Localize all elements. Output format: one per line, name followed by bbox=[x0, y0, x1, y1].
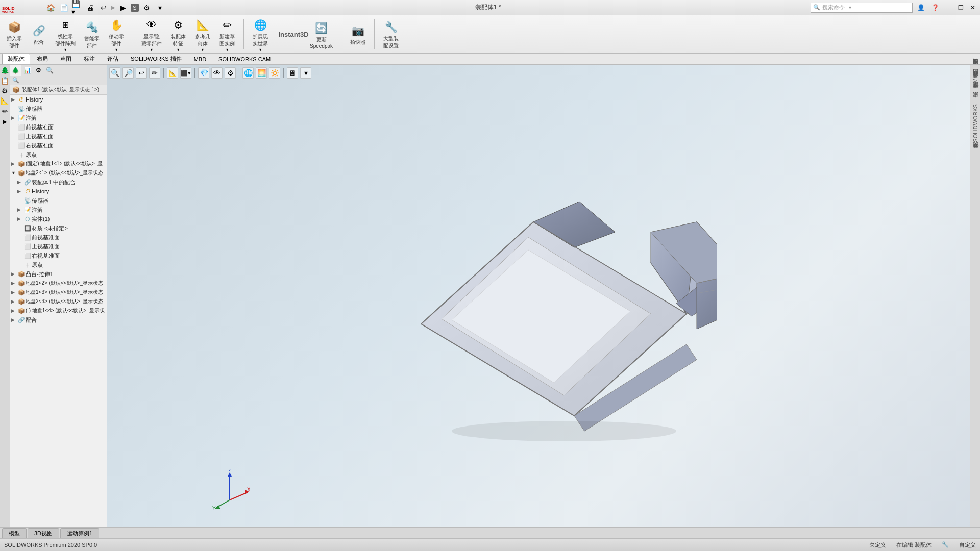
zoom-selection-button[interactable]: 🔎 bbox=[122, 67, 134, 79]
expand-quickaccess[interactable]: ▶ bbox=[111, 5, 115, 10]
tree-item-sensors[interactable]: 📡 传感器 bbox=[10, 104, 107, 113]
property-manager-icon[interactable]: 📋 bbox=[1, 76, 10, 85]
print-button[interactable]: 🖨 bbox=[85, 2, 96, 13]
assem-feature-button[interactable]: ⚙ 装配体特征 ▾ bbox=[168, 16, 188, 53]
plane-icon: ⬜ bbox=[17, 123, 26, 131]
assem-feature-icon: ⚙ bbox=[170, 17, 186, 33]
tab-layout[interactable]: 布局 bbox=[31, 54, 54, 64]
tab-annotation[interactable]: 标注 bbox=[78, 54, 101, 64]
tree-item-chassis1-2[interactable]: ▶ 📦 地盘1<2> (默认<<默认>_显示状态 bbox=[10, 279, 107, 288]
tree-item-chassis2-3[interactable]: ▶ 📦 地盘2<3> (默认<<默认>_显示状态 bbox=[10, 297, 107, 306]
command-search[interactable]: 🔍 搜索命令 ▾ bbox=[811, 3, 913, 13]
mate-button[interactable]: 🔗 配合 bbox=[29, 21, 49, 47]
tree-item-annotations[interactable]: ▶ 📝 注解 bbox=[10, 113, 107, 122]
rebuild-icon[interactable]: 🔧 bbox=[942, 541, 949, 549]
expand-icon13: ▶ bbox=[17, 207, 23, 212]
home-button[interactable]: 🏠 bbox=[45, 2, 56, 13]
tab-assembly[interactable]: 装配体 bbox=[2, 54, 30, 64]
tree-item-origin[interactable]: ┼ 原点 bbox=[10, 150, 107, 159]
expand-reality-button[interactable]: 🌐 扩展现实世界 ▾ bbox=[250, 16, 271, 53]
tree-item-front-plane2[interactable]: ⬜ 前视基准面 bbox=[10, 233, 107, 242]
show-hide-button[interactable]: 👁 显示/隐藏零部件 ▾ bbox=[139, 16, 164, 53]
external2-button[interactable]: ▾ bbox=[300, 67, 311, 79]
tree-tab-feature[interactable]: 🌲 bbox=[10, 65, 21, 76]
previous-view-button[interactable]: ↩ bbox=[136, 67, 147, 79]
expand-icon21: ▶ bbox=[11, 281, 17, 286]
tree-content[interactable]: ▶ ⏱ History 📡 传感器 ▶ 📝 注解 ⬜ 前视基准面 bbox=[10, 95, 107, 527]
tree-tab-config[interactable]: ⚙ bbox=[33, 65, 44, 76]
dimension-manager-icon[interactable]: 📐 bbox=[1, 96, 10, 106]
part-array-button[interactable]: ⊞ 线性零部件阵列 ▾ bbox=[53, 16, 78, 53]
status-customize[interactable]: 自定义 bbox=[959, 541, 976, 549]
zoom-to-fit-button[interactable]: 🔍 bbox=[109, 67, 120, 79]
tree-tab-property[interactable]: 📊 bbox=[21, 65, 33, 76]
new-sketch-button[interactable]: ✏ 新建草图实例 ▾ bbox=[217, 16, 237, 53]
model-tab-model[interactable]: 模型 bbox=[2, 528, 27, 538]
undo-button[interactable]: ↩ bbox=[98, 2, 109, 13]
tab-sketch[interactable]: 草图 bbox=[55, 54, 77, 64]
feature-tree-icon[interactable]: 🌲 bbox=[1, 66, 10, 75]
save-dropdown[interactable]: 💾▾ bbox=[71, 2, 83, 13]
snapshot-button[interactable]: 📷 拍快照 bbox=[348, 21, 368, 47]
config-manager-icon[interactable]: ⚙ bbox=[1, 86, 10, 95]
tree-item-top-plane2[interactable]: ⬜ 上视基准面 bbox=[10, 242, 107, 251]
insert-part-button[interactable]: 📦 插入零部件 bbox=[4, 18, 24, 51]
tree-item-chassis2[interactable]: ▼ 📦 地盘2<1> (默认<<默认>_显示状态 bbox=[10, 168, 107, 178]
model-tab-motion[interactable]: 运动算例1 bbox=[60, 528, 99, 538]
expand-icon11: ▶ bbox=[17, 189, 23, 194]
tree-item-right-plane[interactable]: ⬜ 右视基准面 bbox=[10, 141, 107, 150]
section-view-button[interactable]: 📐 bbox=[167, 67, 178, 79]
realview-button[interactable]: 🔆 bbox=[269, 67, 280, 79]
model-tab-3dview[interactable]: 3D视图 bbox=[28, 528, 59, 538]
tree-item-front-plane[interactable]: ⬜ 前视基准面 bbox=[10, 122, 107, 132]
dropdown-arrow5: ▾ bbox=[202, 47, 204, 52]
tab-evaluate[interactable]: 评估 bbox=[102, 54, 124, 64]
tree-item-material[interactable]: 🔲 材质 <未指定> bbox=[10, 223, 107, 233]
hide-show-button[interactable]: 👁 bbox=[211, 67, 223, 79]
tree-item-top-plane[interactable]: ⬜ 上视基准面 bbox=[10, 132, 107, 141]
minimize-button[interactable]: — bbox=[943, 3, 953, 13]
external-button[interactable]: 🖥 bbox=[287, 67, 298, 79]
tree-item-history2[interactable]: ▶ ⏱ History bbox=[10, 187, 107, 196]
tab-sw-addins[interactable]: SOLIDWORKS 插件 bbox=[125, 54, 187, 64]
instant3d-button[interactable]: Instant3D bbox=[283, 25, 304, 43]
tree-item-boss-extrude1[interactable]: ▶ 📦 凸台-拉伸1 bbox=[10, 269, 107, 279]
expand-icon[interactable]: ▶ bbox=[1, 117, 10, 126]
sensor-icon: 📡 bbox=[17, 105, 26, 113]
options-button[interactable]: ⚙ bbox=[141, 2, 152, 13]
tree-item-annotations2[interactable]: ▶ 📝 注解 bbox=[10, 205, 107, 214]
view-setting-button[interactable]: ⚙ bbox=[225, 67, 236, 79]
appearance-button[interactable]: 🌐 bbox=[242, 67, 254, 79]
tree-item-history[interactable]: ▶ ⏱ History bbox=[10, 95, 107, 104]
tree-item-sensors2[interactable]: 📡 传感器 bbox=[10, 196, 107, 205]
tree-item-chassis1-4[interactable]: ▶ 📦 (-) 地盘1<4> (默认<<默认>_显示状 bbox=[10, 306, 107, 315]
move-part-button[interactable]: ✋ 移动零部件 ▾ bbox=[106, 16, 127, 53]
view-select-button[interactable]: ✏ bbox=[149, 67, 160, 79]
update-speedpak-button[interactable]: 🔄 更新Speedpak bbox=[308, 19, 335, 50]
tree-tab-search[interactable]: 🔍 bbox=[44, 65, 55, 76]
large-assembly-button[interactable]: 🔧 大型装配设置 bbox=[381, 18, 401, 51]
restore-button[interactable]: ❐ bbox=[955, 3, 966, 13]
new-button[interactable]: 📄 bbox=[58, 2, 69, 13]
tree-item-right-plane2[interactable]: ⬜ 右视基准面 bbox=[10, 251, 107, 260]
scene-button[interactable]: 🌅 bbox=[256, 67, 267, 79]
tree-item-origin2[interactable]: ┼ 原点 bbox=[10, 260, 107, 269]
tab-mbd[interactable]: MBD bbox=[188, 55, 212, 64]
tree-item-chassis1-fixed[interactable]: ▶ 📦 (固定) 地盘1<1> (默认<<默认>_显 bbox=[10, 159, 107, 168]
user-icon[interactable]: 👤 bbox=[915, 2, 927, 14]
smart-parts-button[interactable]: 🔩 智能零部件 bbox=[82, 18, 102, 51]
help-button[interactable]: ❓ bbox=[929, 2, 941, 14]
ref-geometry-button[interactable]: 📐 参考几何体 ▾ bbox=[192, 16, 213, 53]
tree-item-mates[interactable]: ▶ 🔗 装配体1 中的配合 bbox=[10, 178, 107, 187]
tree-item-chassis1-3[interactable]: ▶ 📦 地盘1<3> (默认<<默认>_显示状态 bbox=[10, 288, 107, 297]
tab-sw-cam[interactable]: SOLIDWORKS CAM bbox=[213, 55, 276, 64]
tree-item-body[interactable]: ▶ ⬡ 实体(1) bbox=[10, 214, 107, 223]
markup-icon[interactable]: ✏ bbox=[1, 107, 10, 116]
expand-button[interactable]: ▾ bbox=[154, 2, 165, 13]
display-style-button[interactable]: 💎 bbox=[198, 67, 209, 79]
viewport[interactable]: 🔍 🔎 ↩ ✏ 📐 ⬛▾ 💎 👁 ⚙ 🌐 🌅 🔆 🖥 ▾ bbox=[107, 65, 970, 527]
view-orientation-button[interactable]: ⬛▾ bbox=[180, 67, 191, 79]
run-button[interactable]: ▶ bbox=[117, 2, 129, 13]
right-plane2-icon: ⬜ bbox=[23, 252, 32, 260]
tree-item-mates2[interactable]: ▶ 🔗 配合 bbox=[10, 315, 107, 324]
